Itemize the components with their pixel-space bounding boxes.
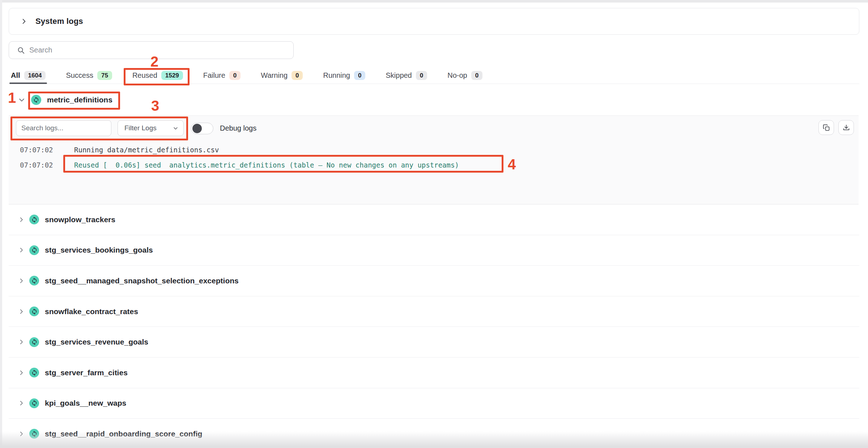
node-name: stg_seed__rapid_onboarding_score_config [45,430,202,438]
chevron-right-icon[interactable] [18,431,25,437]
log-group-metric-definitions[interactable]: metric_definitions [9,84,859,115]
window-edge-top [0,0,868,3]
node-name: snowflake_contract_rates [45,307,138,316]
log-group-row[interactable]: snowflake_contract_rates [9,296,859,327]
log-group-row[interactable]: kpi_goals__new_waps [9,388,859,419]
count-badge: 1604 [24,71,46,80]
chevron-down-icon[interactable] [18,96,25,103]
sync-reused-icon [29,215,39,224]
system-logs-header[interactable]: System logs [9,8,859,35]
count-badge: 0 [471,71,482,80]
sync-reused-icon [29,307,39,316]
chevron-down-icon [173,126,178,131]
sync-reused-icon [29,398,39,408]
count-badge: 1529 [161,71,183,80]
window-edge-left [0,0,2,448]
chevron-right-icon[interactable] [18,278,25,284]
copy-logs-button[interactable] [818,120,834,135]
count-badge: 0 [292,71,303,80]
log-timestamp: 07:07:02 [20,161,53,169]
download-logs-button[interactable] [838,120,854,135]
node-name: stg_seed__managed_snapshot_selection_exc… [45,276,239,285]
download-icon [843,124,850,131]
log-timestamp: 07:07:02 [20,145,53,154]
search-input[interactable] [29,46,293,54]
chevron-right-icon[interactable] [18,308,25,315]
tab-failure[interactable]: Failure0 [203,67,241,84]
count-badge: 0 [416,71,427,80]
tab-warning[interactable]: Warning0 [261,67,303,84]
chevron-right-icon[interactable] [18,216,25,223]
search-logs-input[interactable] [16,120,111,136]
debug-logs-label: Debug logs [220,124,256,132]
toggle-knob [192,124,202,133]
node-name: stg_server_farm_cities [45,368,128,377]
log-group-row[interactable]: stg_seed__rapid_onboarding_score_config [9,419,859,448]
chevron-right-icon[interactable] [20,18,27,25]
node-name: stg_services_bookings_goals [45,246,153,254]
tab-noop[interactable]: No-op0 [447,67,482,84]
node-name: stg_services_revenue_goals [45,338,148,346]
log-message-reused: Reused [ 0.06s] seed analytics.metric_de… [74,161,459,169]
tab-all[interactable]: All1604 [11,67,46,84]
log-groups-list: snowplow_trackers stg_services_bookings_… [9,204,859,448]
log-group-row[interactable]: stg_server_farm_cities [9,358,859,388]
count-badge: 75 [97,71,112,80]
search-icon [17,46,25,54]
count-badge: 0 [229,71,241,80]
status-tabs: All1604 Success75 Reused1529 Failure0 Wa… [9,67,859,84]
sync-reused-icon [29,245,39,255]
count-badge: 0 [354,71,365,80]
global-search[interactable] [9,41,294,59]
chevron-right-icon[interactable] [18,247,25,253]
sync-reused-icon [31,95,41,105]
sync-reused-icon [29,368,39,377]
tab-reused[interactable]: Reused1529 [132,67,183,84]
node-name: metric_definitions [47,96,112,104]
node-name: kpi_goals__new_waps [45,399,126,407]
log-group-row[interactable]: stg_services_revenue_goals [9,327,859,358]
copy-icon [823,124,830,131]
node-name: snowplow_trackers [45,215,115,224]
chevron-right-icon[interactable] [18,369,25,376]
tab-skipped[interactable]: Skipped0 [386,67,427,84]
log-group-row[interactable]: snowplow_trackers [9,204,859,235]
log-group-row[interactable]: stg_seed__managed_snapshot_selection_exc… [9,266,859,296]
debug-logs-toggle[interactable] [191,123,213,134]
log-message: Running data/metric_definitions.csv [74,145,219,154]
tab-running[interactable]: Running0 [323,67,365,84]
chevron-right-icon[interactable] [18,400,25,406]
tab-success[interactable]: Success75 [66,67,112,84]
chevron-right-icon[interactable] [18,339,25,345]
filter-logs-dropdown[interactable]: Filter Logs [118,120,184,136]
page-title: System logs [35,17,83,26]
sync-reused-icon [29,276,39,286]
log-group-row[interactable]: stg_services_bookings_goals [9,235,859,266]
sync-reused-icon [29,337,39,347]
sync-reused-icon [29,429,39,439]
log-detail-panel: Filter Logs Debug logs 07:07:02 Running … [9,115,859,204]
